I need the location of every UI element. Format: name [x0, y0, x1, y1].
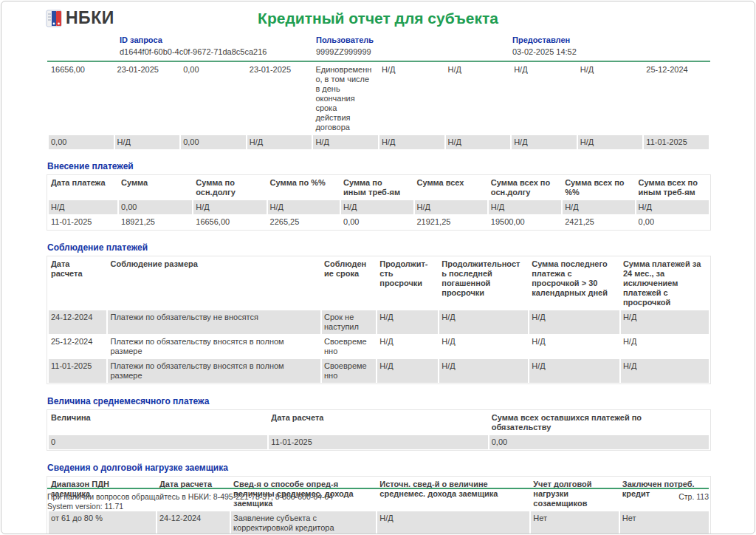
table-cell: Н/Д [377, 511, 529, 534]
provided-block: Предоставлен 03-02-2025 14:52 [512, 35, 709, 56]
table-cell: Платежи по обязательству вносятся в полн… [108, 335, 320, 358]
table-cell: 0 [49, 435, 267, 449]
column-header: Сумма по иным треб-ям [341, 176, 413, 200]
table-cell: Н/Д [379, 63, 444, 134]
credit-report-page: НБКИ Кредитный отчет для субъекта ID зап… [1, 1, 755, 534]
table-cell: Срок не наступил [322, 310, 376, 334]
table-cell: 24-12-2024 [49, 310, 106, 334]
table-header-row: Дата расчетаСоблюдение размераСоблюдение… [49, 257, 709, 310]
provided-label: Предоставлен [512, 35, 709, 44]
table-cell: Н/Д [636, 200, 709, 214]
table-cell: Н/Д [578, 63, 643, 134]
column-header: Продолжит-сть просрочки [377, 257, 438, 310]
table-cell: Н/Д [379, 135, 444, 149]
table-row: 0,00Н/Д0,00Н/ДН/ДН/ДН/ДН/ДН/Д11-01-2025 [49, 135, 709, 149]
table-cell: Н/Д [578, 135, 643, 149]
column-header: Сумма всех по осн.долгу [489, 176, 561, 200]
table-cell: Н/Д [529, 335, 619, 358]
table-cell: Н/Д [49, 200, 117, 214]
table-cell: Н/Д [377, 359, 438, 383]
column-header: Сумма всех по %% [563, 176, 634, 200]
table-cell: 23-01-2025 [115, 63, 180, 134]
table-row: Н/Д0,00Н/ДН/ДН/ДН/ДН/ДН/ДН/Д [49, 200, 709, 214]
column-header: Соблюдение размера [108, 257, 320, 310]
section-heading-avg-payment: Величина среднемесячного платежа [47, 396, 709, 406]
table-cell: Н/Д [446, 63, 511, 134]
table-cell: Н/Д [512, 135, 577, 149]
request-id-label: ID запроса [120, 35, 316, 44]
table-cell: 11-01-2025 [269, 435, 487, 449]
column-header: Соблюдение срока [322, 257, 376, 310]
footer-contact: При наличии вопросов обращайтесь в НБКИ:… [47, 492, 333, 502]
table-cell: Н/Д [489, 200, 561, 214]
table-cell: Н/Д [377, 335, 438, 358]
table-cell: 16656,00 [193, 215, 266, 229]
table-cell: 2265,25 [268, 215, 340, 229]
report-footer: При наличии вопросов обращайтесь в НБКИ:… [47, 488, 709, 511]
table-cell: Н/Д [621, 359, 709, 383]
table-cell: 0,00 [489, 435, 709, 449]
table-cell: Н/Д [377, 310, 438, 334]
payments-table: Дата платежаСуммаСумма по осн.долгуСумма… [47, 175, 710, 230]
table-cell: Нет [620, 511, 709, 534]
report-header: НБКИ Кредитный отчет для субъекта [1, 7, 755, 33]
footer-version: System version: 11.71 [47, 502, 709, 511]
table-cell: Нет [531, 511, 618, 534]
table-cell: Н/Д [439, 335, 528, 358]
table-cell: Н/Д [563, 200, 634, 214]
table-cell: Н/Д [446, 135, 511, 149]
column-header: Дата расчета [49, 257, 106, 310]
section-heading-payments: Внесение платежей [47, 161, 709, 171]
table-cell: 16656,00 [49, 63, 114, 134]
table-cell: 0,00 [119, 200, 192, 214]
table-cell: 25-12-2024 [644, 63, 709, 134]
avg-payment-table: ВеличинаДата расчетаСумма всех оставшихс… [47, 410, 710, 450]
section-heading-compliance: Соблюдение платежей [47, 242, 709, 253]
column-header: Сумма по %% [268, 176, 340, 200]
table-row: 011-01-20250,00 [49, 435, 709, 449]
table-cell: 25-12-2024 [49, 335, 106, 358]
table-cell: 0,00 [341, 215, 413, 229]
footer-page-number: Стр. 113 [678, 492, 709, 502]
table-row: 16656,0023-01-20250,0023-01-2025Единовре… [49, 63, 709, 134]
table-cell: 0,00 [181, 63, 246, 134]
user-block: Пользователь 9999ZZ999999 [316, 35, 512, 56]
table-cell: от 61 до 80 % [49, 511, 156, 534]
table-cell: Н/Д [512, 63, 577, 134]
table-cell: Н/Д [439, 310, 528, 334]
request-id-value: d1644f0f-60b0-4c0f-9672-71da8c5ca216 [120, 47, 316, 56]
table-cell: 24-12-2024 [157, 511, 230, 534]
column-header: Сумма [119, 176, 192, 200]
table-cell: Н/Д [621, 335, 709, 358]
table-row: 11-01-202518921,2516656,002265,250,00219… [49, 215, 709, 229]
table-cell: Н/Д [439, 359, 528, 383]
column-header: Дата расчета [269, 411, 487, 435]
table-cell: 11-01-2025 [644, 135, 709, 149]
request-meta: ID запроса d1644f0f-60b0-4c0f-9672-71da8… [120, 35, 709, 56]
obligation-continuation-table: 16656,0023-01-20250,0023-01-2025Единовре… [47, 61, 710, 150]
table-cell: Н/Д [247, 135, 312, 149]
table-cell: Н/Д [529, 359, 619, 383]
user-value: 9999ZZ999999 [316, 47, 512, 56]
table-cell: 0,00 [636, 215, 709, 229]
table-cell: Платежи по обязательству не вносятся [108, 310, 320, 334]
table-cell: 0,00 [181, 135, 246, 149]
table-cell: Н/Д [193, 200, 266, 214]
table-cell: 11-01-2025 [49, 359, 106, 383]
column-header: Сумма последнего платежа с просрочкой > … [529, 257, 619, 310]
column-header: Продолжительность последней погашенной п… [439, 257, 528, 310]
column-header: Сумма платежей за 24 мес., за исключение… [621, 257, 709, 310]
table-cell: 11-01-2025 [49, 215, 117, 229]
table-cell: Н/Д [415, 200, 487, 214]
table-header-row: ВеличинаДата расчетаСумма всех оставшихс… [49, 411, 709, 435]
column-header: Сумма всех оставшихся платежей по обязат… [489, 411, 709, 435]
table-cell: 2421,25 [563, 215, 634, 229]
table-cell: Н/Д [529, 310, 619, 334]
column-header: Величина [49, 411, 267, 435]
compliance-table: Дата расчетаСоблюдение размераСоблюдение… [47, 256, 710, 384]
table-cell: Н/Д [268, 200, 340, 214]
request-id-block: ID запроса d1644f0f-60b0-4c0f-9672-71da8… [120, 35, 316, 56]
provided-value: 03-02-2025 14:52 [512, 47, 709, 56]
table-cell: Н/Д [313, 135, 378, 149]
page-title: Кредитный отчет для субъекта [1, 10, 755, 27]
